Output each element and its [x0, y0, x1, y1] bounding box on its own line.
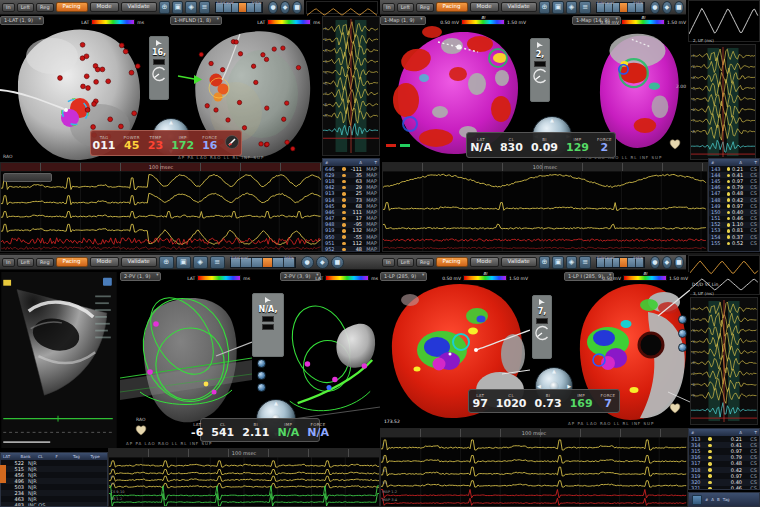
table-row[interactable]: 95248MAP [323, 246, 379, 252]
toolbar-tab-0[interactable]: In [382, 258, 395, 267]
table-row[interactable]: 91325MAP [323, 191, 379, 197]
map-selector[interactable]: 1-Map (1, 9)▾ [380, 16, 426, 25]
toolbar-tab-1[interactable]: Left [397, 258, 414, 267]
voltage-colorbar[interactable]: 0.50 mVBi1.50 mV [602, 275, 688, 281]
validate-button[interactable]: Validate [501, 2, 537, 13]
toolbar-round-icon-0[interactable]: ● [650, 256, 660, 269]
toolbar-icon-2[interactable]: ◈ [185, 1, 196, 14]
mode-button[interactable]: Mode [90, 2, 119, 13]
table-row[interactable]: 1470.48CS [709, 191, 759, 197]
toolbar-round-icon-1[interactable]: ◆ [316, 256, 329, 269]
lat-colorbar[interactable]: LATms [187, 275, 250, 281]
tool-button[interactable] [257, 371, 266, 380]
ecg-strip[interactable]: 100 msec [0, 162, 322, 252]
toolbar-round-icon-0[interactable]: ● [268, 1, 278, 14]
tool-button[interactable] [257, 383, 266, 392]
toolbar-icon-0[interactable]: ⊕ [539, 256, 551, 269]
map-selector[interactable]: 1-LAT (1, 9)▾ [0, 16, 44, 25]
toolbar-icon-3[interactable]: ≡ [579, 256, 591, 269]
toolbar-round-icon-1[interactable]: ◆ [662, 1, 672, 14]
ecg-strip[interactable]: 100 msec [382, 162, 708, 252]
toolbar-tab-2[interactable]: Reg [36, 3, 54, 12]
pacing-button[interactable]: Pacing [436, 2, 468, 13]
level-segmented-control[interactable]: AutoLevelAnkle [230, 257, 296, 268]
toolbar-icon-3[interactable]: ≡ [579, 1, 591, 14]
voltage-colorbar[interactable]: 0.50 mVBi1.50 mV [440, 19, 526, 25]
toolbar-round-icon-1[interactable]: ◆ [280, 1, 290, 14]
voltage-colorbar[interactable]: 0.50 mVBi1.50 mV [442, 275, 528, 281]
heart-orientation-icon[interactable] [668, 402, 682, 414]
toolbar-tab-2[interactable]: Reg [416, 258, 434, 267]
egm-review-panel[interactable]: 2, UF (ms) 1,2,3,4,5,6,7,8, [690, 44, 756, 160]
validate-button[interactable]: Validate [121, 257, 157, 268]
validate-button[interactable]: Validate [121, 2, 157, 13]
list-item[interactable]: 483INC OS [1, 502, 107, 507]
toolbar-round-icon-0[interactable]: ● [650, 1, 660, 14]
mode-button[interactable]: Mode [470, 2, 499, 13]
toolbar-round-icon-0[interactable]: ● [301, 256, 314, 269]
level-segmented-control[interactable]: AutoLevelAnkle [596, 2, 645, 13]
orientation-buttons[interactable]: AP PA LAO RAO LL RL INF SUP [568, 421, 654, 426]
toolbar-round-icon-2[interactable]: ■ [331, 256, 344, 269]
toolbar-tab-1[interactable]: Left [17, 258, 34, 267]
channel-selector[interactable] [3, 173, 52, 182]
toolbar-tab-1[interactable]: Left [17, 3, 34, 12]
toolbar-tab-2[interactable]: Reg [36, 258, 54, 267]
toolbar-tab-0[interactable]: In [2, 258, 15, 267]
lat-colorbar[interactable]: LATms [257, 19, 320, 25]
gating-panel[interactable]: N/A, [252, 293, 284, 357]
toolbar-icon-2[interactable]: ◈ [566, 1, 578, 14]
tool-button[interactable] [678, 315, 687, 324]
lat-colorbar[interactable]: LAT ms [81, 19, 144, 25]
map-selector[interactable]: 1-LP (285, 9)▾ [380, 272, 427, 281]
toolbar-icon-0[interactable]: ⊕ [159, 256, 174, 269]
level-segmented-control[interactable]: AutoLevelAnkle [215, 2, 263, 13]
ecg-strip[interactable]: 100 msec IIIIIIV1CS 9-10CS 1-2 [108, 448, 380, 507]
pacing-button[interactable]: Pacing [56, 2, 88, 13]
toolbar-round-icon-2[interactable]: ■ [674, 1, 684, 14]
map-selector[interactable]: 2-PV (1, 9)▾ [120, 272, 161, 281]
egm-review-panel[interactable]: 3, UF (ms) 1,2,3,4,5,6,7,8,9, [690, 297, 758, 425]
voltage-colorbar[interactable]: 0.50 mVBi1.50 mV [600, 19, 686, 25]
egm-review-panel[interactable]: 1,2,3,4,5,6,7,8,9, [322, 16, 380, 156]
toolbar-icon-2[interactable]: ◈ [566, 256, 578, 269]
mode-button[interactable]: Mode [90, 257, 119, 268]
orientation-buttons[interactable]: AP PA LAO RAO LL RL INF SUP [126, 441, 212, 446]
heart-orientation-icon[interactable] [134, 424, 148, 436]
toolbar-tab-0[interactable]: In [382, 3, 395, 12]
gating-panel[interactable]: 2, [530, 38, 550, 102]
gating-panel[interactable]: 7, [532, 295, 552, 359]
toolbar-tab-2[interactable]: Reg [416, 3, 434, 12]
toolbar-icon-0[interactable]: ⊕ [539, 1, 551, 14]
toolbar-round-icon-2[interactable]: ■ [292, 1, 302, 14]
toolbar-icon-3[interactable]: ≡ [199, 1, 210, 14]
toolbar-tab-1[interactable]: Left [397, 3, 414, 12]
mode-button[interactable]: Mode [470, 257, 499, 268]
ultrasound-view[interactable] [0, 272, 118, 448]
pacing-button[interactable]: Pacing [56, 257, 88, 268]
table-tool-icon[interactable] [692, 495, 702, 505]
toolbar-icon-1[interactable]: ▣ [176, 256, 191, 269]
toolbar-round-icon-2[interactable]: ■ [674, 256, 684, 269]
heart-orientation-icon[interactable] [668, 138, 682, 150]
gating-panel[interactable]: 16, [149, 36, 169, 100]
map-selector[interactable]: 1-HFLND (1, 8)▾ [170, 16, 222, 25]
toolbar-round-icon-1[interactable]: ◆ [662, 256, 672, 269]
toolbar-icon-2[interactable]: ◈ [193, 256, 208, 269]
level-segmented-control[interactable]: AutoLevelAnkle [596, 257, 645, 268]
ecg-strip[interactable]: 100 msec IIIV1V5MAP 1-2MAP 3-4 [380, 428, 688, 507]
toolbar-icon-0[interactable]: ⊕ [159, 1, 170, 14]
table-row[interactable]: 1550.52CS [709, 240, 759, 246]
table-row[interactable]: 3170.48CS [689, 461, 759, 467]
toolbar-icon-1[interactable]: ▣ [552, 256, 564, 269]
toolbar-icon-1[interactable]: ▣ [552, 1, 564, 14]
tool-button[interactable] [257, 359, 266, 368]
validate-button[interactable]: Validate [501, 257, 537, 268]
table-row[interactable]: 3210.46CS [689, 486, 759, 491]
tool-button[interactable] [678, 329, 687, 338]
toolbar-tab-0[interactable]: In [2, 3, 15, 12]
tool-button[interactable] [678, 343, 687, 352]
toolbar-icon-3[interactable]: ≡ [210, 256, 225, 269]
lat-colorbar[interactable]: LATms [315, 275, 378, 281]
toolbar-icon-1[interactable]: ▣ [172, 1, 183, 14]
